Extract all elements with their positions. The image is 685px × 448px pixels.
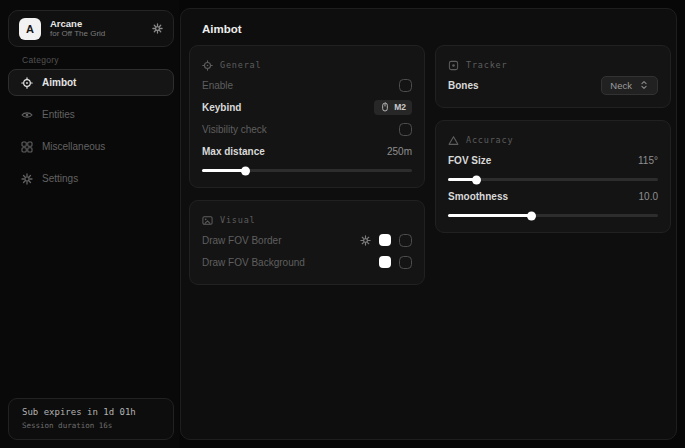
subscription-card: Sub expires in 1d 01h Session duration 1… (8, 398, 174, 440)
sidebar-nav: Aimbot Entities Miscellaneous (8, 69, 174, 192)
panel-visual-header: Visual (202, 211, 412, 229)
row-draw-fov-background: Draw FOV Background (202, 251, 412, 273)
sub-expires-text: Sub expires in 1d 01h (22, 407, 160, 417)
draw-fov-border-label: Draw FOV Border (202, 235, 281, 246)
smoothness-slider[interactable] (448, 214, 658, 217)
triangle-icon (448, 135, 459, 146)
row-draw-fov-border: Draw FOV Border (202, 229, 412, 251)
max-distance-value: 250m (387, 146, 412, 157)
enable-label: Enable (202, 80, 233, 91)
session-duration-text: Session duration 16s (22, 421, 160, 430)
panel-visual-title: Visual (220, 215, 256, 225)
main-panel: Aimbot General Enable Keybind (180, 8, 677, 440)
keybind-label: Keybind (202, 102, 241, 113)
enable-checkbox[interactable] (399, 79, 412, 92)
row-fov-size: FOV Size 115° (448, 149, 658, 171)
app-logo: A (19, 18, 41, 40)
sidebar-item-miscellaneous[interactable]: Miscellaneous (8, 133, 174, 160)
unfold-icon (639, 80, 649, 90)
fov-size-slider[interactable] (448, 178, 658, 181)
sidebar-item-label: Miscellaneous (42, 141, 105, 152)
draw-fov-border-checkbox[interactable] (399, 234, 412, 247)
sidebar-item-settings[interactable]: Settings (8, 165, 174, 192)
max-distance-label: Max distance (202, 146, 265, 157)
panel-general: General Enable Keybind M2 (189, 45, 425, 188)
sidebar-item-label: Aimbot (42, 77, 76, 88)
page-title: Aimbot (202, 23, 242, 35)
crosshair-icon (202, 60, 213, 71)
fov-size-slider-thumb[interactable] (472, 175, 481, 184)
column-right: Tracker Bones Neck (435, 45, 671, 233)
eye-icon (21, 109, 33, 121)
gear-icon[interactable] (360, 235, 371, 246)
category-label: Category (22, 55, 59, 65)
fov-border-color-swatch[interactable] (379, 234, 391, 246)
sidebar-item-aimbot[interactable]: Aimbot (8, 69, 174, 96)
panel-tracker-title: Tracker (466, 60, 507, 70)
sidebar: A Arcane for Off The Grid Category Aimbo… (0, 0, 179, 448)
fov-size-value: 115° (638, 155, 658, 166)
draw-fov-border-controls (360, 234, 412, 247)
visibility-check-label: Visibility check (202, 124, 267, 135)
crosshair-icon (21, 77, 33, 89)
sidebar-item-label: Settings (42, 173, 78, 184)
app-logo-letter: A (26, 23, 34, 35)
max-distance-slider[interactable] (202, 169, 412, 172)
row-bones: Bones Neck (448, 74, 658, 96)
panel-tracker: Tracker Bones Neck (435, 45, 671, 108)
visibility-check-checkbox[interactable] (399, 123, 412, 136)
image-icon (202, 215, 213, 226)
max-distance-slider-thumb[interactable] (241, 166, 250, 175)
sidebar-item-entities[interactable]: Entities (8, 101, 174, 128)
draw-fov-background-checkbox[interactable] (399, 256, 412, 269)
max-distance-slider-fill (202, 169, 246, 172)
panel-general-title: General (220, 60, 261, 70)
mouse-icon (380, 102, 390, 112)
smoothness-value: 10.0 (639, 191, 658, 202)
row-enable: Enable (202, 74, 412, 96)
panel-general-header: General (202, 56, 412, 74)
panel-accuracy-header: Accuracy (448, 131, 658, 149)
bones-selected-value: Neck (610, 80, 632, 91)
bones-select[interactable]: Neck (601, 76, 658, 95)
draw-fov-background-controls (379, 256, 412, 269)
app-subtitle: for Off The Grid (50, 29, 143, 39)
panel-accuracy: Accuracy FOV Size 115° Smoothness 10.0 (435, 120, 671, 233)
app-header-card: A Arcane for Off The Grid (8, 10, 174, 47)
bones-label: Bones (448, 80, 479, 91)
column-left: General Enable Keybind M2 (189, 45, 425, 285)
grid-icon (21, 141, 33, 153)
smoothness-slider-fill (448, 214, 532, 217)
row-keybind: Keybind M2 (202, 96, 412, 118)
fov-size-label: FOV Size (448, 155, 491, 166)
draw-fov-background-label: Draw FOV Background (202, 257, 305, 268)
focus-icon (448, 60, 459, 71)
fov-background-color-swatch[interactable] (379, 256, 391, 268)
sidebar-item-label: Entities (42, 109, 75, 120)
row-smoothness: Smoothness 10.0 (448, 185, 658, 207)
panel-visual: Visual Draw FOV Border Draw FOV Back (189, 200, 425, 285)
app-meta: Arcane for Off The Grid (50, 18, 143, 40)
gear-icon[interactable] (152, 23, 163, 34)
keybind-value: M2 (394, 102, 406, 112)
gear-icon (21, 173, 33, 185)
panel-tracker-header: Tracker (448, 56, 658, 74)
smoothness-label: Smoothness (448, 191, 508, 202)
fov-size-slider-fill (448, 178, 477, 181)
row-visibility-check: Visibility check (202, 118, 412, 140)
panel-accuracy-title: Accuracy (466, 135, 513, 145)
smoothness-slider-thumb[interactable] (527, 211, 536, 220)
row-max-distance: Max distance 250m (202, 140, 412, 162)
app-name: Arcane (50, 18, 143, 30)
keybind-button[interactable]: M2 (374, 100, 412, 115)
